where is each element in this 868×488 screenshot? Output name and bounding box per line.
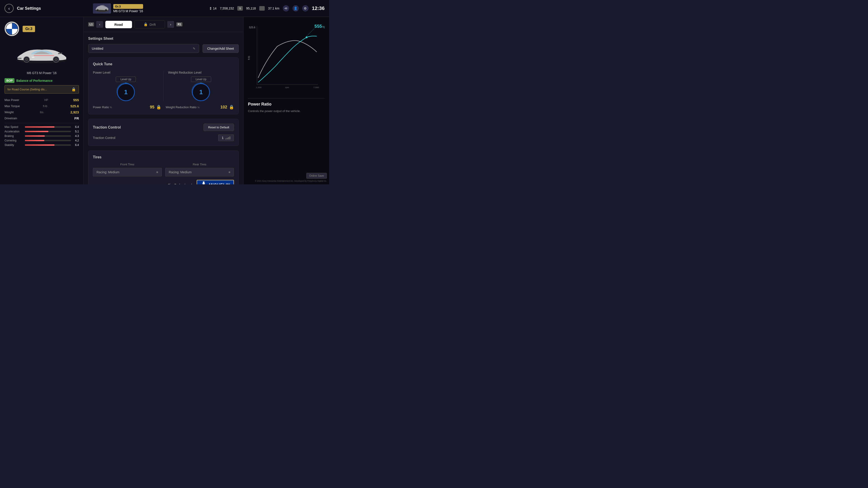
power-ratio-lock: 🔒 <box>156 105 161 109</box>
mileage-icon <box>259 6 265 11</box>
quick-tune-row: Power Level Level Up 1 <box>93 71 234 101</box>
mileage-value: 95,118 <box>246 6 256 10</box>
perf-braking: Braking 4.3 <box>4 134 79 138</box>
copyright-text: © 2021 Sony Interactive Entertainment In… <box>246 180 327 182</box>
distance-value: 37.1 km <box>268 6 279 10</box>
power-level-display: Level Up 1 <box>116 76 136 101</box>
acceleration-val: 5.1 <box>73 130 79 133</box>
perf-cornering: Cornering 4.2 <box>4 139 79 142</box>
header-stats: ⇕ 14 7,558,152 $ 95,118 37.1 km 48 👤 ⚙ 1… <box>209 5 324 11</box>
perf-max-speed: Max Speed 6.4 <box>4 125 79 129</box>
stat-max-power: Max Power HP 555 <box>4 98 79 102</box>
header-car-thumbnail <box>93 3 111 13</box>
header: ‹ Car Settings Gr.3 M6 GT3 M Power '16 ⇕… <box>0 0 329 17</box>
traction-reset-button[interactable]: Reset to Default <box>204 124 234 131</box>
quick-tune-section: Quick Tune Power Level Level Up 1 <box>88 57 239 114</box>
svg-rect-18 <box>248 24 324 87</box>
back-button[interactable]: ‹ <box>4 4 13 13</box>
power-dial[interactable]: 1 <box>117 83 135 101</box>
power-ratio-value: 95 <box>150 105 154 109</box>
drivetrain-value: FR <box>74 116 79 120</box>
weight-ratio-lock: 🔒 <box>229 105 234 109</box>
traction-control-section: Traction Control Reset to Default Tracti… <box>88 119 239 146</box>
tires-section: Tires Front Tires Racing: Medium ≡ Rear … <box>88 151 239 184</box>
stability-bar <box>25 144 55 146</box>
power-ratio-info: Power Ratio Controls the power output of… <box>248 98 324 113</box>
stat-drivetrain: Drivetrain FR <box>4 116 79 121</box>
tab-prev-icon: ‹ <box>99 23 100 26</box>
tab-next-button[interactable]: › <box>167 21 174 28</box>
chart-svg: 525.6 555 hp ft·lb 1,000 rpm 7,000 <box>248 22 324 94</box>
header-car-name: M6 GT3 M Power '16 <box>113 9 143 13</box>
perf-acceleration: Acceleration 5.1 <box>4 130 79 133</box>
stability-val: 6.4 <box>73 143 79 147</box>
svg-text:7,000: 7,000 <box>313 86 319 89</box>
traction-bar-icon <box>225 136 230 139</box>
main-content: L1 ‹ Road 🔒 Drift › R1 Settings Sheet Un… <box>84 17 243 184</box>
svg-point-5 <box>25 58 28 61</box>
rear-tire-col: Rear Tires Racing: Medium ≡ <box>165 163 234 176</box>
svg-point-2 <box>105 9 107 11</box>
michelin-banner: Tire Technology by MICHELIN <box>93 180 234 184</box>
svg-point-14 <box>202 183 205 184</box>
sidebar-brand: Gr.3 <box>4 22 79 36</box>
online-save-button[interactable]: Online Save <box>306 173 327 179</box>
right-panel: 525.6 555 hp ft·lb 1,000 rpm 7,000 Power… <box>243 17 329 184</box>
svg-point-23 <box>306 36 307 38</box>
speed-arrows-icon: ⇕ <box>209 6 212 11</box>
cornering-bar <box>25 140 44 141</box>
weight-value: 2,923 <box>70 110 79 114</box>
sidebar-car-label: M6 GT3 M Power '16 <box>4 71 79 75</box>
svg-point-15 <box>202 184 205 185</box>
svg-point-7 <box>55 58 57 61</box>
max-speed-val: 6.4 <box>73 125 79 129</box>
player-rank: 14 <box>213 6 217 10</box>
max-torque-value: 525.6 <box>70 104 79 108</box>
tires-grid: Front Tires Racing: Medium ≡ Rear Tires … <box>93 163 234 176</box>
weight-dial[interactable]: 1 <box>192 83 210 101</box>
tab-drift[interactable]: 🔒 Drift <box>134 20 165 29</box>
perf-stability: Stability 6.4 <box>4 143 79 147</box>
settings-sheet-row: Untitled ✎ Change/Add Sheet <box>88 44 239 53</box>
credits-icon: $ <box>237 6 243 11</box>
weight-ratio-value: 102 <box>220 105 227 109</box>
power-ratio-row: Power Ratio % 95 🔒 <box>93 105 161 109</box>
front-tire-input[interactable]: Racing: Medium ≡ <box>93 168 162 176</box>
rear-tire-input[interactable]: Racing: Medium ≡ <box>165 168 234 176</box>
settings-icon: ⚙ <box>302 5 309 11</box>
header-gr-badge: Gr.3 <box>113 4 143 9</box>
power-level-up-button[interactable]: Level Up <box>116 76 136 82</box>
tab-road[interactable]: Road <box>105 21 132 28</box>
edit-icon[interactable]: ✎ <box>193 47 195 51</box>
tab-next-icon: › <box>170 23 171 26</box>
tab-prev-button[interactable]: ‹ <box>96 21 103 28</box>
braking-val: 4.3 <box>73 134 79 138</box>
traction-control-row: Traction Control 1 <box>93 134 234 141</box>
braking-bar <box>25 135 45 137</box>
max-power-value: 555 <box>73 98 79 102</box>
svg-text:rpm: rpm <box>285 86 289 89</box>
brand-logo <box>4 22 19 36</box>
power-ratio-desc: Controls the power output of the vehicle… <box>248 109 324 113</box>
sheet-name-input[interactable]: Untitled ✎ <box>88 44 199 53</box>
bop-tag: BOP <box>4 78 14 83</box>
svg-text:1,000: 1,000 <box>256 86 261 89</box>
car-silhouette: 989 <box>12 44 71 64</box>
tab-bar: L1 ‹ Road 🔒 Drift › R1 <box>84 17 243 32</box>
r1-badge: R1 <box>176 22 182 26</box>
l1-badge: L1 <box>88 22 94 26</box>
change-sheet-button[interactable]: Change/Add Sheet <box>203 44 239 53</box>
svg-text:989: 989 <box>32 56 34 58</box>
car-image: 989 <box>4 39 79 69</box>
traction-value-input[interactable]: 1 <box>218 134 234 141</box>
speed-indicator: ⇕ 14 <box>209 6 217 11</box>
sidebar-gr-badge: Gr.3 <box>23 26 35 32</box>
bop-info: for Road Course (Setting dis... 🔒 <box>4 85 79 94</box>
back-icon: ‹ <box>8 6 10 11</box>
profile-icon: 👤 <box>292 5 299 11</box>
weight-level-up-button[interactable]: Level Up <box>191 76 211 82</box>
power-chart: 525.6 555 hp ft·lb 1,000 rpm 7,000 <box>248 22 324 94</box>
stat-weight: Weight lbs. 2,923 <box>4 110 79 115</box>
rear-tire-menu-icon: ≡ <box>228 170 230 174</box>
michelin-logo: MICHELIN <box>197 180 234 184</box>
